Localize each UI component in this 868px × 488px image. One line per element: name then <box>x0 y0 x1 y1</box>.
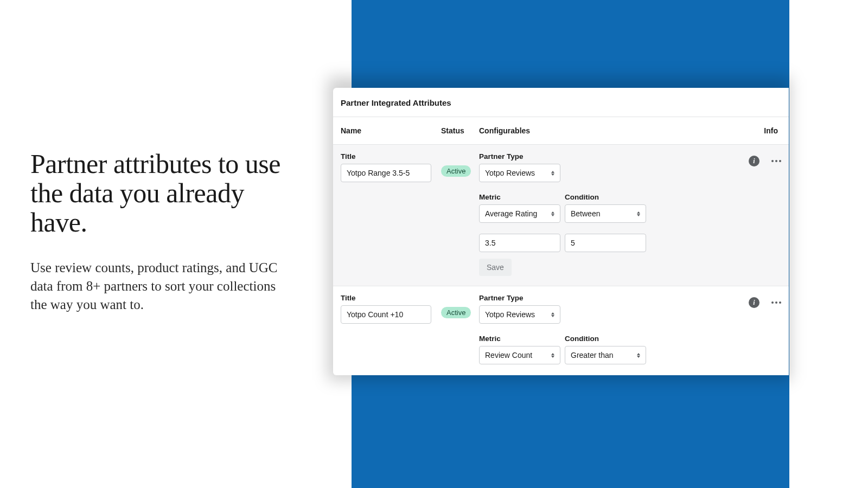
attribute-row: Title Active Partner Type Yotpo Reviews <box>333 145 789 286</box>
status-badge: Active <box>441 307 471 318</box>
title-label: Title <box>341 294 441 302</box>
metric-select[interactable]: Review Count <box>479 346 560 364</box>
title-input[interactable] <box>341 164 431 182</box>
chevron-updown-icon <box>550 169 556 177</box>
metric-label: Metric <box>479 335 560 343</box>
range-to-input[interactable] <box>565 234 646 252</box>
partner-type-label: Partner Type <box>479 152 560 160</box>
partner-type-value: Yotpo Reviews <box>485 310 535 319</box>
attribute-row: Title Active Partner Type Yotpo Reviews <box>333 286 789 375</box>
chevron-updown-icon <box>636 210 641 217</box>
hero-heading: Partner attributes to use the data you a… <box>30 149 291 237</box>
column-header-info: Info <box>732 126 781 135</box>
save-button[interactable]: Save <box>479 259 512 276</box>
more-actions-icon[interactable] <box>771 156 781 166</box>
hero-body: Use review counts, product ratings, and … <box>30 259 291 314</box>
table-header: Name Status Configurables Info <box>333 117 789 145</box>
chevron-updown-icon <box>636 351 641 359</box>
column-header-name: Name <box>341 126 441 135</box>
column-header-configurables: Configurables <box>479 126 732 135</box>
range-from-input[interactable] <box>479 234 560 252</box>
partner-type-select[interactable]: Yotpo Reviews <box>479 305 560 324</box>
chevron-updown-icon <box>550 311 556 318</box>
partner-type-value: Yotpo Reviews <box>485 169 535 177</box>
partner-type-select[interactable]: Yotpo Reviews <box>479 164 560 182</box>
metric-label: Metric <box>479 193 560 201</box>
hero-copy: Partner attributes to use the data you a… <box>30 149 291 314</box>
title-label: Title <box>341 152 441 160</box>
info-icon[interactable]: i <box>749 297 760 308</box>
status-badge: Active <box>441 165 471 177</box>
condition-value: Between <box>571 209 600 218</box>
condition-select[interactable]: Between <box>565 204 646 223</box>
metric-value: Average Rating <box>485 209 537 218</box>
info-icon[interactable]: i <box>749 156 760 166</box>
condition-value: Greater than <box>571 351 614 359</box>
attributes-panel: Partner Integrated Attributes Name Statu… <box>333 88 789 375</box>
metric-select[interactable]: Average Rating <box>479 204 560 223</box>
condition-label: Condition <box>565 193 646 201</box>
column-header-status: Status <box>441 126 479 135</box>
partner-type-label: Partner Type <box>479 294 560 302</box>
more-actions-icon[interactable] <box>771 297 781 308</box>
metric-value: Review Count <box>485 351 532 359</box>
panel-title: Partner Integrated Attributes <box>333 88 789 117</box>
condition-label: Condition <box>565 335 646 343</box>
chevron-updown-icon <box>550 210 556 217</box>
title-input[interactable] <box>341 305 431 324</box>
condition-select[interactable]: Greater than <box>565 346 646 364</box>
chevron-updown-icon <box>550 351 556 359</box>
